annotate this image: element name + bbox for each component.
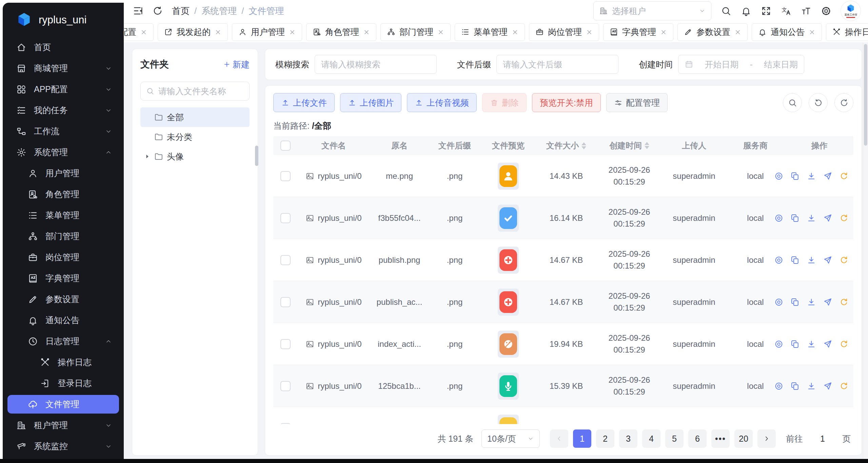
copy-action-icon[interactable] xyxy=(790,381,800,391)
file-preview-thumb[interactable] xyxy=(498,331,519,358)
row-checkbox[interactable] xyxy=(280,171,291,181)
breadcrumb-home[interactable]: 首页 xyxy=(172,5,190,17)
table-refresh-button[interactable] xyxy=(834,93,853,112)
settings-gear-icon[interactable] xyxy=(821,6,831,16)
send-action-icon[interactable] xyxy=(823,213,832,223)
refresh-action-icon[interactable] xyxy=(839,171,849,181)
sidebar-item-menu[interactable]: 菜单管理 xyxy=(7,206,119,225)
close-icon[interactable] xyxy=(215,29,221,36)
upload-file-button[interactable]: 上传文件 xyxy=(273,93,335,112)
collapse-sidebar-icon[interactable] xyxy=(133,5,143,16)
sidebar-item-store[interactable]: 商城管理 xyxy=(7,59,119,78)
refresh-action-icon[interactable] xyxy=(839,213,849,223)
folder-tree-item-uncategorized[interactable]: 未分类 xyxy=(140,127,250,147)
page-button-4[interactable]: 4 xyxy=(642,429,660,448)
close-icon[interactable] xyxy=(660,29,667,36)
copy-action-icon[interactable] xyxy=(790,213,800,223)
send-action-icon[interactable] xyxy=(823,297,832,307)
close-icon[interactable] xyxy=(512,29,518,36)
copy-action-icon[interactable] xyxy=(790,171,800,181)
file-preview-thumb[interactable] xyxy=(498,163,519,190)
close-icon[interactable] xyxy=(734,29,741,36)
caret-right-icon[interactable] xyxy=(144,153,151,160)
sidebar-item-grid[interactable]: APP配置 xyxy=(7,80,119,99)
sidebar-item-dict[interactable]: 字典管理 xyxy=(7,269,119,288)
tab-post[interactable]: 岗位管理 xyxy=(529,23,599,41)
preview-action-icon[interactable] xyxy=(774,171,784,181)
upload-media-button[interactable]: 上传音视频 xyxy=(407,93,477,112)
row-checkbox[interactable] xyxy=(280,381,291,391)
sidebar-item-dept[interactable]: 部门管理 xyxy=(7,227,119,246)
sidebar-item-role[interactable]: 角色管理 xyxy=(7,185,119,204)
fuzzy-search-input[interactable] xyxy=(321,60,430,69)
sidebar-item-user[interactable]: 用户管理 xyxy=(7,164,119,183)
preview-action-icon[interactable] xyxy=(774,381,784,391)
send-action-icon[interactable] xyxy=(823,171,832,181)
sidebar-item-post[interactable]: 岗位管理 xyxy=(7,248,119,267)
folder-search-input[interactable] xyxy=(158,86,244,96)
row-checkbox[interactable] xyxy=(280,339,291,349)
row-checkbox[interactable] xyxy=(280,213,291,223)
font-size-icon[interactable] xyxy=(801,6,811,16)
close-icon[interactable] xyxy=(289,29,296,36)
notifications-bell-icon[interactable] xyxy=(741,6,751,16)
send-action-icon[interactable] xyxy=(823,381,832,391)
sidebar-item-pen[interactable]: 参数设置 xyxy=(7,290,119,309)
sidebar-item-tools[interactable]: 操作日志 xyxy=(7,353,119,372)
next-page-button[interactable] xyxy=(757,429,776,448)
file-preview-thumb[interactable] xyxy=(498,415,519,424)
close-icon[interactable] xyxy=(437,29,444,36)
prev-page-button[interactable] xyxy=(550,429,568,448)
row-checkbox[interactable] xyxy=(280,255,291,265)
tab-clipped[interactable]: 配置 xyxy=(124,23,154,41)
language-translate-icon[interactable]: 文 xyxy=(781,6,791,16)
file-preview-thumb[interactable] xyxy=(498,205,519,232)
tab-user[interactable]: 用户管理 xyxy=(232,23,302,41)
sort-carets-icon[interactable] xyxy=(645,142,649,149)
page-scrollbar[interactable] xyxy=(863,43,868,459)
tab-menu[interactable]: 菜单管理 xyxy=(455,23,525,41)
sidebar-item-home[interactable]: 首页 xyxy=(7,38,119,57)
send-action-icon[interactable] xyxy=(823,339,832,349)
refresh-action-icon[interactable] xyxy=(839,381,849,391)
tab-external[interactable]: 我发起的 xyxy=(158,23,228,41)
sidebar-item-cloud[interactable]: 文件管理 xyxy=(7,395,119,414)
download-action-icon[interactable] xyxy=(807,297,816,307)
page-button-1[interactable]: 1 xyxy=(573,429,591,448)
send-action-icon[interactable] xyxy=(823,255,832,265)
close-icon[interactable] xyxy=(363,29,370,36)
close-icon[interactable] xyxy=(586,29,593,36)
tenant-select[interactable]: 选择租户 xyxy=(593,1,711,20)
row-checkbox[interactable] xyxy=(280,297,291,307)
sidebar-item-building[interactable]: 租户管理 xyxy=(7,416,119,435)
config-manage-button[interactable]: 配置管理 xyxy=(606,93,668,112)
file-preview-thumb[interactable] xyxy=(498,289,519,316)
breadcrumb-system[interactable]: 系统管理 xyxy=(201,5,237,17)
preview-action-icon[interactable] xyxy=(774,213,784,223)
delete-button[interactable]: 删除 xyxy=(482,93,527,112)
tab-role[interactable]: 角色管理 xyxy=(306,23,376,41)
sidebar-item-bell[interactable]: 通知公告 xyxy=(7,311,119,330)
tab-bell[interactable]: 通知公告 xyxy=(752,23,822,41)
user-avatar[interactable]: 若依工作室 xyxy=(841,1,861,21)
sort-carets-icon[interactable] xyxy=(581,142,586,149)
tab-dept[interactable]: 部门管理 xyxy=(380,23,451,41)
page-scrollbar-thumb[interactable] xyxy=(864,44,867,146)
close-icon[interactable] xyxy=(140,29,147,36)
fullscreen-icon[interactable] xyxy=(761,6,771,16)
page-button-20[interactable]: 20 xyxy=(734,429,753,448)
sidebar-item-login[interactable]: 登录日志 xyxy=(7,374,119,393)
sidebar-item-monitor[interactable]: 系统监控 xyxy=(7,437,119,456)
page-size-select[interactable]: 10条/页 xyxy=(481,429,540,448)
refresh-action-icon[interactable] xyxy=(839,297,849,307)
folder-tree-item-all[interactable]: 全部 xyxy=(140,107,250,127)
table-reset-button[interactable] xyxy=(809,93,828,112)
file-preview-thumb[interactable] xyxy=(498,247,519,274)
page-button-2[interactable]: 2 xyxy=(596,429,614,448)
table-search-button[interactable] xyxy=(783,93,802,112)
close-icon[interactable] xyxy=(809,29,815,36)
preview-action-icon[interactable] xyxy=(774,255,784,265)
date-range-picker[interactable]: 开始日期 - 结束日期 xyxy=(678,55,804,74)
sidebar-item-tasks[interactable]: 我的任务 xyxy=(7,101,119,120)
download-action-icon[interactable] xyxy=(807,213,816,223)
